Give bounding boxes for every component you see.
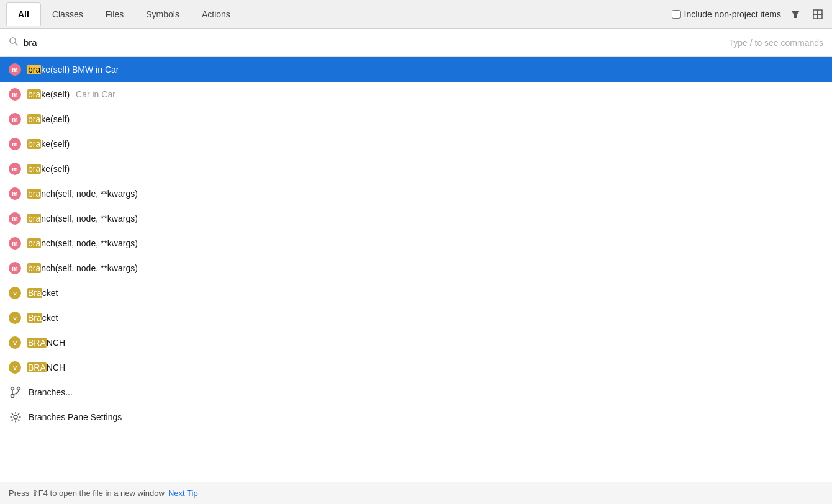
highlight-3: bra bbox=[27, 114, 41, 124]
badge-m-3: m bbox=[9, 113, 21, 125]
result-text-7: branch(self, node, **kwargs) bbox=[27, 214, 823, 223]
highlight-4: bra bbox=[27, 139, 41, 149]
svg-rect-2 bbox=[818, 10, 822, 14]
status-text: Press ⇧F4 to open the file in a new wind… bbox=[9, 488, 165, 498]
result-text-9: branch(self, node, **kwargs) bbox=[27, 263, 823, 273]
badge-m-4: m bbox=[9, 138, 21, 150]
result-text-5: brake(self) bbox=[27, 164, 823, 174]
result-text-14: Branches... bbox=[29, 387, 823, 397]
result-text-6: branch(self, node, **kwargs) bbox=[27, 189, 823, 199]
svg-line-6 bbox=[15, 43, 17, 45]
tab-controls: Include non-project items bbox=[672, 6, 826, 22]
badge-m-2: m bbox=[9, 88, 21, 101]
highlight-6: bra bbox=[27, 189, 41, 199]
tab-actions[interactable]: Actions bbox=[191, 3, 242, 25]
layout-icon bbox=[812, 9, 823, 20]
search-hint: Type / to see commands bbox=[728, 38, 823, 48]
result-text-11: Bracket bbox=[27, 313, 823, 323]
filter-icon bbox=[790, 9, 801, 20]
result-item-7[interactable]: m branch(self, node, **kwargs) bbox=[0, 206, 832, 231]
highlight-13: BRA bbox=[27, 362, 47, 372]
gear-icon bbox=[9, 411, 22, 423]
main-container: All Classes Files Symbols Actions Includ… bbox=[0, 0, 832, 504]
tab-files[interactable]: Files bbox=[94, 3, 135, 25]
next-tip-link[interactable]: Next Tip bbox=[168, 488, 198, 498]
result-item-6[interactable]: m branch(self, node, **kwargs) bbox=[0, 181, 832, 206]
result-text-8: branch(self, node, **kwargs) bbox=[27, 238, 823, 248]
include-non-project-checkbox[interactable] bbox=[672, 10, 681, 19]
badge-m-6: m bbox=[9, 187, 21, 200]
badge-gear-15 bbox=[9, 410, 22, 424]
result-text-15: Branches Pane Settings bbox=[29, 412, 823, 422]
highlight-8: bra bbox=[27, 238, 41, 248]
highlight-12: BRA bbox=[27, 338, 47, 348]
svg-rect-3 bbox=[813, 14, 818, 19]
badge-v-13: v bbox=[9, 361, 21, 374]
badge-m-8: m bbox=[9, 237, 21, 250]
badge-m-9: m bbox=[9, 262, 21, 274]
badge-branch-14 bbox=[9, 385, 22, 399]
filter-button[interactable] bbox=[787, 6, 803, 22]
status-bar: Press ⇧F4 to open the file in a new wind… bbox=[0, 482, 832, 504]
tab-symbols[interactable]: Symbols bbox=[135, 3, 191, 25]
result-text-2: brake(self) Car in Car bbox=[27, 89, 823, 99]
result-item-13[interactable]: v BRANCH bbox=[0, 355, 832, 380]
svg-rect-1 bbox=[813, 10, 818, 14]
svg-rect-4 bbox=[818, 14, 822, 19]
results-list: m brake(self) BMW in Car m brake(self) C… bbox=[0, 57, 832, 482]
svg-point-9 bbox=[11, 395, 14, 398]
result-text-3: brake(self) bbox=[27, 114, 823, 124]
search-icon bbox=[9, 37, 19, 49]
highlight-10: Bra bbox=[27, 288, 42, 298]
highlight-2: bra bbox=[27, 89, 41, 99]
result-text-4: brake(self) bbox=[27, 139, 823, 149]
result-text-12: BRANCH bbox=[27, 338, 823, 348]
svg-point-11 bbox=[14, 415, 17, 419]
result-text-1: brake(self) BMW in Car bbox=[27, 65, 823, 74]
badge-m-7: m bbox=[9, 212, 21, 225]
badge-v-11: v bbox=[9, 312, 21, 324]
svg-marker-0 bbox=[791, 11, 800, 18]
tab-bar: All Classes Files Symbols Actions Includ… bbox=[0, 0, 832, 29]
badge-v-10: v bbox=[9, 287, 21, 299]
layout-button[interactable] bbox=[810, 6, 826, 22]
badge-v-12: v bbox=[9, 336, 21, 349]
result-item-12[interactable]: v BRANCH bbox=[0, 330, 832, 355]
result-item-8[interactable]: m branch(self, node, **kwargs) bbox=[0, 231, 832, 256]
branch-icon bbox=[10, 386, 21, 398]
tab-classes[interactable]: Classes bbox=[41, 3, 94, 25]
search-input[interactable] bbox=[24, 37, 728, 48]
search-bar: Type / to see commands bbox=[0, 29, 832, 57]
result-item-14[interactable]: Branches... bbox=[0, 380, 832, 405]
result-item-3[interactable]: m brake(self) bbox=[0, 107, 832, 132]
result-text-10: Bracket bbox=[27, 288, 823, 298]
badge-m-5: m bbox=[9, 163, 21, 175]
svg-point-8 bbox=[17, 387, 20, 390]
result-item-5[interactable]: m brake(self) bbox=[0, 156, 832, 181]
result-item-9[interactable]: m branch(self, node, **kwargs) bbox=[0, 256, 832, 281]
highlight-5: bra bbox=[27, 164, 41, 174]
tab-all[interactable]: All bbox=[6, 2, 41, 26]
highlight-1: bra bbox=[27, 65, 41, 74]
highlight-9: bra bbox=[27, 263, 41, 273]
highlight-7: bra bbox=[27, 214, 41, 223]
result-item-11[interactable]: v Bracket bbox=[0, 305, 832, 330]
result-item-15[interactable]: Branches Pane Settings bbox=[0, 405, 832, 430]
highlight-11: Bra bbox=[27, 313, 42, 323]
result-text-13: BRANCH bbox=[27, 362, 823, 372]
result-context-2: Car in Car bbox=[76, 89, 115, 99]
result-item-4[interactable]: m brake(self) bbox=[0, 132, 832, 156]
include-non-project-label[interactable]: Include non-project items bbox=[672, 9, 781, 19]
result-item-2[interactable]: m brake(self) Car in Car bbox=[0, 82, 832, 107]
result-item-1[interactable]: m brake(self) BMW in Car bbox=[0, 57, 832, 82]
svg-point-7 bbox=[11, 387, 14, 390]
badge-m: m bbox=[9, 63, 21, 76]
include-non-project-text: Include non-project items bbox=[684, 9, 781, 19]
result-item-10[interactable]: v Bracket bbox=[0, 281, 832, 305]
